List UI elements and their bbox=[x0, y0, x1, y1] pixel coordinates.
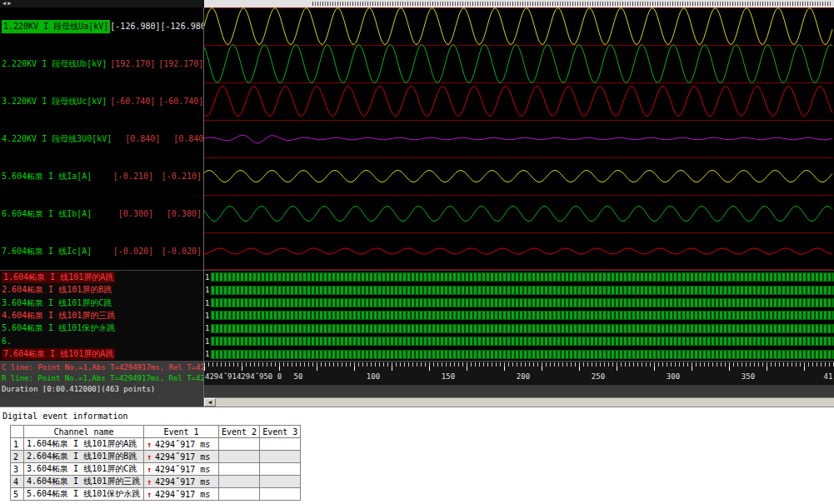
time-axis-label: 200 bbox=[517, 372, 530, 381]
cursor-status-panel: C line: Point No.=1,Abs T=4294917ms, Rel… bbox=[0, 361, 203, 407]
waveform-trace bbox=[204, 8, 832, 45]
event-row-number: 4 bbox=[11, 476, 24, 488]
waveform-trace bbox=[204, 248, 832, 254]
digital-state-value: 1 bbox=[204, 299, 211, 307]
event-row-number: 3 bbox=[11, 463, 24, 476]
title-bar-fine-text bbox=[204, 0, 834, 7]
analog-channel-row[interactable]: 2.220KV I 段母线Ub[kV][192.170][192.170] bbox=[0, 45, 203, 82]
analog-channel-row[interactable]: 5.604柘泉 I 线Ia[A][-0.210][-0.210] bbox=[0, 157, 203, 195]
top-left-icons[interactable]: ◀▶ bbox=[0, 0, 204, 7]
digital-channel-row[interactable]: 7.604柘泉 I 线101屏的A跳 bbox=[0, 348, 203, 361]
analog-channel-list: 1.220KV I 段母线Ua[kV][-126.980][-126.980]2… bbox=[0, 7, 203, 270]
digital-state-bar bbox=[211, 337, 834, 346]
analog-channel-value-start: [-0.210] bbox=[105, 172, 153, 181]
horizontal-scrollbar[interactable]: ◀ bbox=[204, 397, 834, 407]
event2-cell bbox=[219, 451, 260, 463]
digital-trace-row[interactable]: 1 bbox=[204, 322, 834, 335]
analog-channel-row[interactable]: 7.604柘泉 I 线Ic[A][-0.020][-0.020] bbox=[0, 232, 203, 270]
analog-channel-row[interactable]: 6.604柘泉 I 线Ib[A][0.300][0.300] bbox=[0, 195, 203, 232]
time-axis: 4294˝914294˝950 0 5010015020025030035041 bbox=[204, 361, 834, 385]
digital-state-bar bbox=[211, 324, 834, 333]
digital-channel-row[interactable]: 1.604柘泉 I 线101屏的A跳 bbox=[0, 271, 203, 283]
digital-channel-row[interactable]: 2.604柘泉 I 线101屏的B跳 bbox=[0, 283, 203, 296]
digital-trace-row[interactable]: 1 bbox=[204, 271, 834, 283]
analog-channel-label: 5.604柘泉 I 线Ia[A] bbox=[2, 171, 92, 182]
analog-channel-row[interactable]: 1.220KV I 段母线Ua[kV][-126.980][-126.980] bbox=[0, 7, 203, 45]
event1-time: 4294˝917 ms bbox=[155, 477, 210, 487]
analog-channel-label: 1.220KV I 段母线Ua[kV] bbox=[2, 20, 110, 33]
waveform-trace bbox=[204, 171, 832, 182]
event1-cell: ↑4294˝917 ms bbox=[144, 438, 219, 451]
digital-trace-row[interactable]: 1 bbox=[204, 335, 834, 347]
event-row[interactable]: 22.604柘泉 I 线101屏的B跳↑4294˝917 ms bbox=[11, 451, 301, 463]
event1-time: 4294˝917 ms bbox=[155, 440, 210, 449]
duration-status: Duration [0:00.412000](463 points) bbox=[2, 384, 202, 395]
digital-channel-row[interactable]: 3.604柘泉 I 线101屏的C跳 bbox=[0, 297, 203, 309]
analog-channel-label: 7.604柘泉 I 线Ic[A] bbox=[2, 246, 92, 257]
digital-trace-row[interactable]: 1 bbox=[204, 309, 834, 322]
digital-state-value: 1 bbox=[204, 350, 211, 358]
scroll-left-button[interactable]: ◀ bbox=[204, 398, 216, 407]
digital-channel-row[interactable]: 6. bbox=[0, 335, 203, 347]
analog-channel-value-end: [-126.980] bbox=[161, 22, 203, 31]
time-axis-left-label: 4294˝914294˝950 0 bbox=[205, 372, 282, 381]
event1-time: 4294˝917 ms bbox=[155, 490, 210, 499]
analog-channel-row[interactable]: 4.220KV I 段母线3U0[kV][0.840][0.840] bbox=[0, 120, 203, 157]
event3-cell bbox=[260, 451, 301, 463]
digital-event-panel: Digital event information Channel nameEv… bbox=[0, 407, 834, 504]
event3-cell bbox=[260, 438, 301, 451]
digital-state-value: 1 bbox=[204, 312, 211, 320]
analog-channel-value-start: [0.300] bbox=[105, 209, 153, 218]
digital-state-bar bbox=[211, 272, 834, 282]
digital-channel-label: 5.604柘泉 I 线101保护永跳 bbox=[2, 322, 115, 334]
analog-channel-value-end: [0.300] bbox=[153, 209, 202, 218]
analog-channel-label: 3.220KV I 段母线Uc[kV] bbox=[2, 96, 107, 107]
digital-channel-row[interactable]: 4.604柘泉 I 线101屏的三跳 bbox=[0, 309, 203, 322]
event-row[interactable]: 55.604柘泉 I 线101保护永跳↑4294˝917 ms bbox=[11, 488, 301, 501]
digital-channel-label: 7.604柘泉 I 线101屏的A跳 bbox=[2, 348, 115, 360]
digital-state-bar bbox=[211, 350, 834, 359]
c-line-status: C line: Point No.=1,Abs T=4294917ms, Rel… bbox=[2, 362, 202, 373]
analog-channel-value-end: [-0.210] bbox=[153, 172, 202, 181]
event2-cell bbox=[219, 463, 260, 476]
analog-channel-values: [0.300][0.300] bbox=[105, 209, 202, 218]
event-channel-name: 3.604柘泉 I 线101屏的C跳 bbox=[24, 463, 144, 476]
event-row[interactable]: 11.604柘泉 I 线101屏的A跳↑4294˝917 ms bbox=[11, 438, 301, 451]
event-up-arrow-icon: ↑ bbox=[147, 477, 152, 487]
digital-state-value: 1 bbox=[204, 337, 211, 346]
event-row[interactable]: 33.604柘泉 I 线101屏的C跳↑4294˝917 ms bbox=[11, 463, 301, 476]
analog-waveform-panel[interactable] bbox=[204, 7, 834, 270]
event3-cell bbox=[260, 488, 301, 501]
time-axis-ticks bbox=[204, 362, 834, 371]
digital-trace-panel[interactable]: 1111111 bbox=[204, 270, 834, 361]
event-up-arrow-icon: ↑ bbox=[147, 440, 152, 449]
analog-channel-value-start: [192.170] bbox=[107, 59, 155, 68]
analog-channel-value-start: [0.840] bbox=[112, 134, 160, 143]
time-axis-label: 150 bbox=[442, 372, 455, 381]
digital-state-bar bbox=[211, 311, 834, 320]
digital-trace-row[interactable]: 1 bbox=[204, 283, 834, 296]
analog-channel-value-end: [-0.020] bbox=[153, 247, 202, 256]
event-table-header-cell: Event 3 bbox=[260, 426, 301, 438]
analog-channel-value-start: [-0.020] bbox=[105, 247, 153, 256]
event2-cell bbox=[219, 438, 260, 451]
digital-state-bar bbox=[211, 298, 834, 307]
analog-channel-values: [-126.980][-126.980] bbox=[110, 22, 203, 31]
event-up-arrow-icon: ↑ bbox=[147, 452, 152, 462]
analog-channel-values: [-0.020][-0.020] bbox=[105, 247, 202, 256]
event-row[interactable]: 44.604柘泉 I 线101屏的三跳↑4294˝917 ms bbox=[11, 476, 301, 488]
analog-channel-label: 2.220KV I 段母线Ub[kV] bbox=[2, 58, 107, 70]
digital-channel-label: 6. bbox=[2, 337, 12, 346]
digital-trace-row[interactable]: 1 bbox=[204, 297, 834, 309]
scrollbar-track[interactable] bbox=[216, 398, 834, 407]
analog-channel-row[interactable]: 3.220KV I 段母线Uc[kV][-60.740][-60.740] bbox=[0, 82, 203, 120]
digital-trace-row[interactable]: 1 bbox=[204, 348, 834, 361]
analog-channel-value-end: [-60.740] bbox=[155, 97, 203, 106]
digital-channel-row[interactable]: 5.604柘泉 I 线101保护永跳 bbox=[0, 322, 203, 335]
event-row-number: 1 bbox=[11, 438, 24, 451]
event2-cell bbox=[219, 488, 260, 501]
waveform-trace bbox=[204, 135, 832, 143]
digital-channel-list: 1.604柘泉 I 线101屏的A跳2.604柘泉 I 线101屏的B跳3.60… bbox=[0, 270, 203, 361]
analog-channel-values: [192.170][192.170] bbox=[107, 59, 203, 68]
event1-cell: ↑4294˝917 ms bbox=[144, 476, 219, 488]
